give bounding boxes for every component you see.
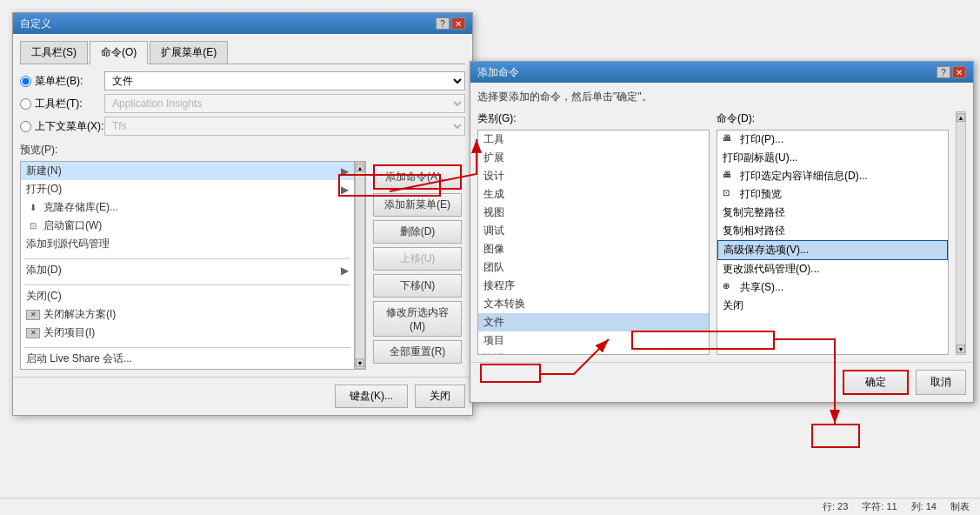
toolbar-select[interactable]: Application Insights bbox=[104, 94, 465, 113]
list-item[interactable]: 复制相对路径 bbox=[717, 222, 948, 240]
list-item-advanced-save[interactable]: 高级保存选项(V)... bbox=[717, 240, 948, 260]
arrow-icon: ▶ bbox=[341, 165, 349, 177]
item-text: 添加到源代码管理 bbox=[26, 237, 110, 251]
reset-button[interactable]: 全部重置(R) bbox=[373, 340, 462, 364]
list-item[interactable]: 打印副标题(U)... bbox=[717, 149, 948, 167]
add-dialog: 添加命令 ? ✕ 选择要添加的命令，然后单击"确定"。 类别(G): 工具 扩展… bbox=[470, 61, 974, 403]
tab-toolbar[interactable]: 工具栏(S) bbox=[20, 41, 88, 64]
help-button[interactable]: ? bbox=[436, 17, 450, 30]
context-select[interactable]: Tfs bbox=[104, 117, 465, 136]
menu-bar-row: 菜单栏(B): 文件 bbox=[20, 71, 465, 90]
commands-scrollbar[interactable]: ▲ ▼ bbox=[956, 111, 966, 355]
list-separator bbox=[24, 281, 350, 285]
list-item[interactable]: ⊡ 启动窗口(W) bbox=[21, 217, 354, 235]
status-char: 字符: 11 bbox=[862, 500, 897, 513]
list-item[interactable]: 新建(N) ▶ bbox=[21, 162, 354, 180]
commands-label: 命令(D): bbox=[717, 111, 949, 126]
tab-command[interactable]: 命令(O) bbox=[90, 41, 148, 64]
list-item[interactable]: ⊡ 打印预览 bbox=[717, 185, 948, 204]
add-dialog-help-button[interactable]: ? bbox=[937, 66, 950, 78]
list-item[interactable]: ✕ 关闭项目(I) bbox=[21, 324, 354, 342]
list-item[interactable]: 关闭 bbox=[717, 297, 948, 315]
statusbar-items: 行: 23 字符: 11 列: 14 制表 bbox=[823, 500, 970, 513]
keyboard-button[interactable]: 键盘(K)... bbox=[335, 385, 408, 408]
main-dialog: 自定义 ? ✕ 工具栏(S) 命令(O) 扩展菜单(E) 菜单栏(B): 文件 … bbox=[12, 12, 473, 416]
main-dialog-content: 工具栏(S) 命令(O) 扩展菜单(E) 菜单栏(B): 文件 工具栏(T): … bbox=[13, 34, 472, 377]
tab-bar: 工具栏(S) 命令(O) 扩展菜单(E) bbox=[20, 41, 465, 64]
add-dialog-titlebar: 添加命令 ? ✕ bbox=[470, 62, 973, 83]
add-dialog-close-button[interactable]: ✕ bbox=[952, 66, 966, 78]
list-item[interactable]: ⬇ 克隆存储库(E)... bbox=[21, 198, 354, 217]
commands-list[interactable]: 🖶 打印(P)... 打印副标题(U)... 🖶 打印选定内容详细信息(D)..… bbox=[717, 130, 949, 355]
item-text: 打印(P)... bbox=[740, 132, 783, 147]
list-item[interactable]: 图像 bbox=[478, 240, 709, 258]
delete-button[interactable]: 删除(D) bbox=[373, 220, 462, 244]
list-item[interactable]: 打开(O) ▶ bbox=[21, 180, 354, 198]
list-item[interactable]: 更改源代码管理(O)... bbox=[717, 260, 948, 278]
list-item[interactable]: 视图 bbox=[478, 204, 709, 222]
categories-list[interactable]: 工具 扩展 设计 生成 视图 调试 图像 团队 接程序 文本转换 文件 项目 资… bbox=[477, 130, 710, 355]
close-project-icon: ✕ bbox=[26, 328, 40, 338]
cmd-scroll-up[interactable]: ▲ bbox=[957, 113, 965, 122]
list-item[interactable]: 添加(D) ▶ bbox=[21, 261, 354, 279]
confirm-button[interactable]: 确定 bbox=[843, 370, 909, 395]
add-columns: 类别(G): 工具 扩展 设计 生成 视图 调试 图像 团队 接程序 文本转换 … bbox=[477, 111, 966, 355]
item-text: 共享(S)... bbox=[740, 280, 783, 295]
list-scrollbar[interactable]: ▲ ▼ bbox=[355, 162, 365, 369]
list-item[interactable]: 文本转换 bbox=[478, 295, 709, 313]
list-item[interactable]: 设计 bbox=[478, 167, 709, 185]
scroll-down-arrow[interactable]: ▼ bbox=[356, 358, 364, 367]
item-text: 复制相对路径 bbox=[723, 224, 785, 238]
list-item[interactable]: 启动 Live Share 会话... bbox=[21, 350, 354, 368]
add-dialog-footer: 确定 取消 bbox=[470, 362, 973, 402]
list-item[interactable]: 工具 bbox=[478, 130, 709, 149]
list-item[interactable]: 项目 bbox=[478, 331, 709, 350]
list-separator bbox=[24, 344, 350, 348]
cmd-scroll-down[interactable]: ▼ bbox=[957, 344, 965, 353]
categories-label: 类别(G): bbox=[477, 111, 710, 126]
arrow-icon: ▶ bbox=[341, 264, 349, 277]
scroll-up-arrow[interactable]: ▲ bbox=[356, 164, 364, 172]
menu-bar-radio[interactable] bbox=[20, 76, 31, 87]
modify-button[interactable]: 修改所选内容(M) bbox=[373, 301, 462, 337]
toolbar-radio[interactable] bbox=[20, 98, 31, 110]
list-item[interactable]: 资源 bbox=[478, 350, 709, 355]
list-item[interactable]: 接程序 bbox=[478, 277, 709, 295]
red-box-confirm bbox=[811, 424, 860, 448]
item-text: 关闭项目(I) bbox=[43, 325, 95, 340]
item-text: 打开(O) bbox=[26, 182, 62, 197]
print-icon: 🖶 bbox=[723, 133, 737, 147]
preview-list[interactable]: 新建(N) ▶ 打开(O) ▶ ⬇ 克隆存储库(E)... ⊡ 启动窗口(W) bbox=[21, 162, 355, 369]
item-text: 更改源代码管理(O)... bbox=[723, 262, 819, 277]
list-item[interactable]: 团队 bbox=[478, 258, 709, 277]
list-item[interactable]: 生成 bbox=[478, 185, 709, 204]
list-item[interactable]: 添加到源代码管理 bbox=[21, 235, 354, 253]
preview-section: 新建(N) ▶ 打开(O) ▶ ⬇ 克隆存储库(E)... ⊡ 启动窗口(W) bbox=[20, 161, 465, 370]
list-item-file[interactable]: 文件 bbox=[478, 313, 709, 331]
list-item[interactable]: ✕ 关闭解决方案(I) bbox=[21, 305, 354, 324]
close-button[interactable]: 关闭 bbox=[415, 385, 465, 408]
list-item[interactable]: ⊕ 共享(S)... bbox=[717, 278, 948, 297]
list-item[interactable]: 🖶 打印(P)... bbox=[717, 130, 948, 149]
list-item[interactable]: 复制完整路径 bbox=[717, 204, 948, 222]
list-item[interactable]: 关闭(C) bbox=[21, 287, 354, 305]
item-text: 启动窗口(W) bbox=[43, 218, 102, 233]
context-radio[interactable] bbox=[20, 121, 31, 132]
move-down-button[interactable]: 下移(N) bbox=[373, 274, 462, 298]
window-icon: ⊡ bbox=[26, 219, 40, 233]
share-icon: ⊕ bbox=[723, 281, 737, 295]
download-icon: ⬇ bbox=[26, 201, 40, 215]
list-item[interactable]: 🖶 打印选定内容详细信息(D)... bbox=[717, 167, 948, 185]
cancel-button[interactable]: 取消 bbox=[916, 370, 966, 395]
menu-bar-select[interactable]: 文件 bbox=[104, 71, 465, 90]
tab-extend-menu[interactable]: 扩展菜单(E) bbox=[150, 41, 228, 64]
move-up-button[interactable]: 上移(U) bbox=[373, 247, 462, 271]
status-row: 行: 23 bbox=[823, 500, 848, 513]
list-item[interactable]: 调试 bbox=[478, 222, 709, 240]
close-solution-icon: ✕ bbox=[26, 310, 40, 320]
item-text: 打印选定内容详细信息(D)... bbox=[740, 169, 868, 184]
list-item[interactable]: 扩展 bbox=[478, 149, 709, 167]
add-command-button[interactable]: 添加命令(A)... bbox=[373, 164, 462, 190]
close-title-button[interactable]: ✕ bbox=[451, 17, 465, 30]
add-menu-button[interactable]: 添加新菜单(E) bbox=[373, 193, 462, 217]
